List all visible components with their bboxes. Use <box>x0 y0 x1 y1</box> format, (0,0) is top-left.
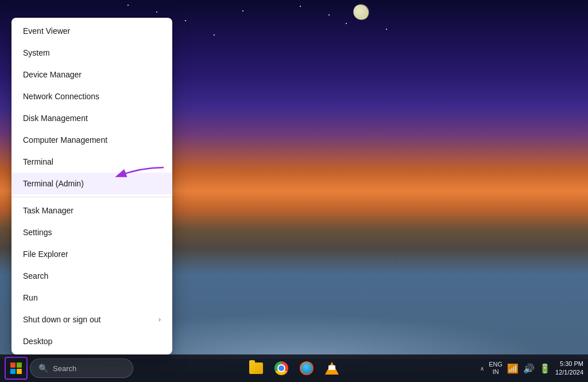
menu-item-terminal-admin[interactable]: Terminal (Admin) <box>11 173 172 194</box>
star <box>185 20 186 21</box>
menu-item-search[interactable]: Search <box>11 265 172 287</box>
menu-item-device-manager[interactable]: Device Manager <box>11 64 172 85</box>
taskbar-app-file-explorer[interactable] <box>245 357 268 380</box>
menu-item-label-terminal-admin: Terminal (Admin) <box>23 179 161 188</box>
star <box>127 5 129 6</box>
star <box>328 14 330 15</box>
clock-time: 5:30 PM <box>555 360 583 368</box>
menu-item-label-settings: Settings <box>23 228 161 237</box>
volume-icon[interactable]: 🔊 <box>523 363 535 374</box>
clock-date: 12/1/2024 <box>555 368 583 377</box>
menu-item-label-terminal: Terminal <box>23 157 161 166</box>
menu-item-label-event-viewer: Event Viewer <box>23 26 161 36</box>
menu-item-file-explorer[interactable]: File Explorer <box>11 243 172 265</box>
menu-item-settings[interactable]: Settings <box>11 221 172 243</box>
menu-item-label-system: System <box>23 48 161 57</box>
menu-item-label-network-connections: Network Connections <box>23 92 161 101</box>
system-clock[interactable]: 5:30 PM 12/1/2024 <box>555 360 583 377</box>
taskbar: 🔍 Search ∧ ENG IN 📶 🔊 🔋 5:30 PM 12/1/202… <box>0 354 588 382</box>
menu-item-run[interactable]: Run <box>11 287 172 309</box>
search-icon: 🔍 <box>38 364 48 373</box>
taskbar-center-apps <box>245 357 343 380</box>
file-explorer-icon <box>249 362 263 374</box>
menu-item-desktop[interactable]: Desktop <box>11 330 172 352</box>
win-logo-yellow <box>17 369 22 374</box>
menu-item-label-desktop: Desktop <box>23 337 161 346</box>
system-tray: ∧ ENG IN 📶 🔊 🔋 5:30 PM 12/1/2024 <box>480 360 583 377</box>
windows-logo <box>10 362 22 374</box>
win-logo-green <box>17 362 22 368</box>
menu-item-computer-management[interactable]: Computer Management <box>11 129 172 151</box>
menu-item-label-file-explorer: File Explorer <box>23 250 161 259</box>
menu-item-task-manager[interactable]: Task Manager <box>11 200 172 221</box>
menu-item-label-search: Search <box>23 271 161 280</box>
menu-item-network-connections[interactable]: Network Connections <box>11 85 172 107</box>
vlc-icon <box>325 362 339 375</box>
battery-icon[interactable]: 🔋 <box>539 363 551 374</box>
context-menu: Event ViewerSystemDevice ManagerNetwork … <box>11 18 172 354</box>
menu-item-disk-management[interactable]: Disk Management <box>11 107 172 129</box>
menu-item-label-computer-management: Computer Management <box>23 135 161 145</box>
taskbar-search-label: Search <box>53 364 76 373</box>
menu-divider-after-terminal-admin <box>11 197 172 197</box>
taskbar-search-bar[interactable]: 🔍 Search <box>30 358 133 378</box>
menu-item-label-disk-management: Disk Management <box>23 114 161 123</box>
star <box>386 29 387 30</box>
menu-item-label-device-manager: Device Manager <box>23 70 161 79</box>
taskbar-app-vlc[interactable] <box>320 357 343 380</box>
menu-item-terminal[interactable]: Terminal <box>11 151 172 173</box>
tray-show-hidden-icons[interactable]: ∧ <box>480 365 484 372</box>
submenu-chevron-shut-down: › <box>158 315 161 323</box>
menu-item-label-task-manager: Task Manager <box>23 206 161 215</box>
input-language-indicator[interactable]: ENG IN <box>489 361 502 376</box>
menu-item-shut-down[interactable]: Shut down or sign out› <box>11 309 172 330</box>
menu-item-event-viewer[interactable]: Event Viewer <box>11 20 172 42</box>
menu-item-system[interactable]: System <box>11 42 172 64</box>
star <box>300 6 301 7</box>
win-logo-blue <box>10 369 16 374</box>
firefox-icon <box>300 361 314 375</box>
star <box>346 23 347 24</box>
start-button[interactable] <box>5 357 28 380</box>
taskbar-app-firefox[interactable] <box>295 357 318 380</box>
star <box>242 10 243 11</box>
moon <box>353 5 370 22</box>
win-logo-red <box>10 362 16 368</box>
taskbar-left: 🔍 Search <box>5 357 133 380</box>
wifi-icon[interactable]: 📶 <box>507 363 519 374</box>
chrome-icon <box>274 361 288 375</box>
menu-item-label-run: Run <box>23 293 161 302</box>
star <box>214 34 215 36</box>
menu-item-label-shut-down: Shut down or sign out <box>23 315 158 324</box>
taskbar-app-chrome[interactable] <box>270 357 293 380</box>
star <box>156 11 157 13</box>
